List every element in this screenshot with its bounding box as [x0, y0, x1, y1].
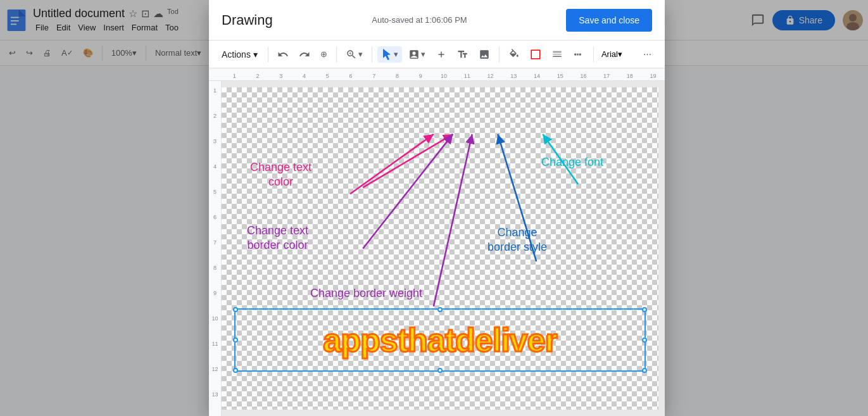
- actions-label: Actions: [222, 49, 251, 60]
- border-color-btn[interactable]: [526, 46, 545, 63]
- zoom-in-btn[interactable]: ▾: [342, 46, 367, 63]
- sep5: [372, 47, 372, 62]
- textbox-text: appsthatdeliver: [323, 321, 557, 359]
- dialog-header: Drawing Auto-saved at 1:06:06 PM Save an…: [209, 0, 665, 41]
- handle-mid-left[interactable]: [233, 337, 238, 343]
- handle-mid-right[interactable]: [642, 337, 647, 343]
- undo-drawing-btn[interactable]: [274, 46, 292, 63]
- font-chevron-icon: ▾: [618, 49, 622, 59]
- vertical-ruler: 1234 5678 9101112 13: [209, 81, 222, 416]
- handle-bottom-left[interactable]: [233, 368, 238, 373]
- sep7: [593, 47, 594, 62]
- drawing-dialog: Drawing Auto-saved at 1:06:06 PM Save an…: [209, 0, 665, 416]
- dialog-title: Drawing: [222, 12, 273, 28]
- save-close-button[interactable]: Save and close: [566, 9, 652, 32]
- horizontal-ruler: 1 2 3 4 5 6 7 8 9 10 11 12 13 14 15 16 1…: [209, 68, 665, 81]
- svg-line-9: [434, 134, 472, 306]
- autosaved-label: Auto-saved at 1:06:06 PM: [372, 15, 467, 25]
- snap-btn[interactable]: ⊕: [317, 47, 331, 61]
- border-weight-btn[interactable]: [548, 46, 567, 63]
- annotation-change-font: Change font: [541, 156, 603, 169]
- handle-bottom-right[interactable]: [642, 368, 647, 373]
- handle-top-right[interactable]: [642, 307, 647, 312]
- annotation-change-border-weight: Change border weight: [310, 287, 422, 300]
- svg-line-8: [363, 134, 453, 249]
- drawing-canvas-area[interactable]: 1234 5678 9101112 13: [209, 81, 665, 416]
- shape-tool-btn[interactable]: [432, 46, 451, 63]
- line-tool-btn[interactable]: ▾: [405, 46, 429, 63]
- handle-bottom-center[interactable]: [437, 368, 443, 373]
- redo-drawing-btn[interactable]: [295, 46, 314, 63]
- border-dash-btn[interactable]: [569, 46, 588, 63]
- svg-line-11: [543, 134, 578, 184]
- select-chevron: ▾: [394, 49, 398, 59]
- select-tool-btn[interactable]: ▾: [377, 46, 402, 63]
- handle-top-left[interactable]: [233, 307, 238, 312]
- font-selector[interactable]: Arial ▾: [599, 48, 637, 60]
- sep6: [499, 47, 500, 62]
- handle-top-center[interactable]: [437, 307, 443, 312]
- image-tool-btn[interactable]: [475, 46, 494, 63]
- svg-line-6: [350, 134, 434, 194]
- actions-menu-button[interactable]: Actions ▾: [217, 47, 263, 62]
- actions-chevron-icon: ▾: [253, 49, 258, 60]
- textbox-element[interactable]: appsthatdeliver: [234, 308, 646, 372]
- drawing-toolbar: Actions ▾ ⊕ ▾ ▾ ▾: [209, 41, 665, 68]
- drawing-canvas[interactable]: Change textcolor Change textborder color…: [222, 87, 658, 410]
- svg-line-10: [498, 134, 536, 262]
- sep3: [268, 47, 268, 62]
- line-chevron: ▾: [421, 49, 425, 59]
- zoom-chevron: ▾: [358, 49, 363, 59]
- font-name: Arial: [601, 49, 618, 59]
- textbox-tool-btn[interactable]: [453, 46, 472, 63]
- sep4: [336, 47, 337, 62]
- svg-line-7: [363, 134, 453, 187]
- annotation-change-border-style: Changeborder style: [487, 225, 547, 255]
- annotation-change-text-border-color: Change textborder color: [247, 224, 308, 253]
- fill-color-btn[interactable]: [505, 46, 524, 63]
- more-options-btn[interactable]: ⋯: [639, 47, 655, 61]
- annotation-change-text-color: Change textcolor: [250, 160, 311, 190]
